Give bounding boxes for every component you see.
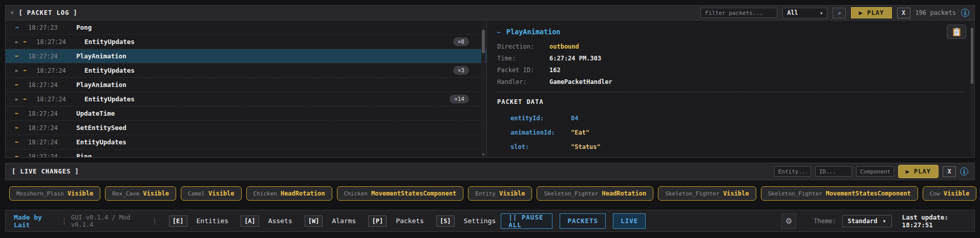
live-change-chip[interactable]: Skeleton_Fighter HeadRotation: [537, 186, 653, 201]
packet-row[interactable]: ← 18:27:24 EntityUpdates: [6, 135, 486, 149]
packet-name: EntityUpdates: [76, 138, 126, 146]
filter-packets-input[interactable]: [700, 8, 777, 18]
chip-entity: Rex_Cave: [112, 190, 139, 197]
packet-list: → 18:27:23 Pong ▶ ← 18:27:24 EntityUpdat…: [6, 20, 487, 157]
chip-component: Visible: [944, 190, 970, 197]
entity-input[interactable]: [774, 166, 811, 177]
info-icon[interactable]: i: [960, 167, 968, 176]
info-icon[interactable]: i: [961, 9, 969, 17]
packets-button[interactable]: PACKETS: [560, 213, 606, 229]
live-change-chip[interactable]: Chicken MovementStatesComponent: [337, 186, 464, 201]
live-button[interactable]: LIVE: [613, 213, 646, 229]
live-changes-title: [ LIVE CHANGES ]: [12, 168, 79, 175]
packet-time: 18:27:24: [28, 53, 62, 60]
detail-field: Handler: GamePacketHandler: [497, 78, 964, 85]
pause-all-button[interactable]: || PAUSE ALL: [501, 213, 552, 229]
packet-play-button[interactable]: ▶ PLAY: [851, 7, 891, 18]
shortcut-key-alarms[interactable]: [W]: [305, 215, 323, 227]
shortcut-label-settings[interactable]: Settings: [464, 217, 496, 225]
live-change-chip[interactable]: Skeleton_Fighter MovementStatesComponent: [761, 186, 918, 201]
shortcut-label-entities[interactable]: Entities: [197, 217, 229, 225]
chip-entity: Mosshorn_Plain: [16, 190, 64, 197]
settings-gear-button[interactable]: ⚙: [781, 213, 796, 229]
shortcut-label-packets[interactable]: Packets: [396, 217, 424, 225]
packet-data-section-title: PACKET DATA: [497, 98, 964, 105]
inbound-arrow-icon: ←: [497, 28, 501, 36]
shortcut-key-packets[interactable]: [P]: [368, 215, 387, 227]
chip-component: Visible: [723, 190, 749, 197]
live-change-chip[interactable]: Entity Visible: [468, 186, 532, 201]
expand-triangle-icon[interactable]: ▶: [13, 39, 21, 45]
packet-data-field: entityId: 84: [497, 115, 964, 122]
direction-filter-select[interactable]: All ▾: [782, 8, 827, 18]
scrollbar-thumb[interactable]: [971, 28, 973, 84]
clipboard-icon: [953, 28, 961, 36]
packet-row[interactable]: ← 18:27:24 Ping: [6, 149, 486, 157]
inbound-arrow-icon: ←: [13, 81, 21, 88]
shortcut-key-assets[interactable]: [A]: [241, 215, 259, 227]
packet-name: Pong: [76, 24, 92, 31]
chip-component: HeadRotation: [281, 190, 325, 197]
live-changes-clear-button[interactable]: X: [943, 166, 956, 177]
detail-field: Time: 6:27:24 PM.303: [497, 55, 964, 62]
packet-clear-button[interactable]: X: [897, 8, 910, 18]
packet-row-group[interactable]: ▶ ← 18:27:24 EntityUpdates ×14: [6, 92, 486, 106]
packet-list-scrollbar[interactable]: ▼: [481, 21, 485, 156]
live-change-chip[interactable]: Mosshorn_Plain Visible: [9, 186, 100, 201]
live-change-chip[interactable]: Skeleton_Fighter Visible: [658, 186, 756, 201]
expand-window-button[interactable]: ↗: [833, 8, 846, 18]
shortcut-key-entities[interactable]: [E]: [169, 215, 187, 227]
packet-row[interactable]: → 18:27:23 Pong: [6, 20, 486, 35]
packet-time: 18:27:24: [36, 67, 70, 74]
live-change-chip[interactable]: Chicken HeadRotation: [246, 186, 332, 201]
theme-select[interactable]: Standard ▾: [842, 215, 892, 227]
separator: |: [153, 218, 157, 225]
packet-time: 18:27:24: [28, 110, 62, 117]
detail-scrollbar[interactable]: [970, 21, 974, 156]
packet-count: 196 packets: [915, 9, 956, 16]
scroll-down-icon[interactable]: ▼: [481, 153, 485, 157]
packet-row-selected[interactable]: ← 18:27:24 PlayAnimation: [6, 49, 486, 63]
expand-triangle-icon[interactable]: ▶: [13, 96, 21, 102]
packet-data-field: slot: "Status": [497, 143, 964, 150]
field-label: Time:: [497, 55, 549, 62]
packet-row-group[interactable]: ▶ ← 18:27:24 EntityUpdates ×8: [6, 35, 486, 49]
live-change-chip[interactable]: Cow Visible: [923, 186, 976, 201]
id-input[interactable]: [815, 166, 852, 177]
packet-detail: ← PlayAnimation Direction: outbound Time…: [487, 20, 974, 157]
data-key: slot:: [510, 143, 571, 150]
packet-time: 18:27:23: [28, 24, 62, 31]
live-change-chip[interactable]: Rex_Cave Visible: [105, 186, 176, 201]
packet-name: SetEntitySeed: [76, 124, 126, 132]
chip-component: Visible: [499, 190, 525, 197]
packet-name: UpdateTime: [76, 110, 115, 117]
packet-time: 18:27:24: [28, 124, 62, 132]
shortcut-label-assets[interactable]: Assets: [268, 217, 292, 225]
packet-row-group[interactable]: ▶ ← 18:27:24 EntityUpdates ×3: [6, 63, 486, 78]
live-change-chip[interactable]: Camel Visible: [181, 186, 242, 201]
packet-row[interactable]: ← 18:27:24 UpdateTime: [6, 106, 486, 121]
scrollbar-thumb[interactable]: [482, 30, 485, 53]
packet-count-badge: ×8: [453, 37, 469, 46]
packet-row[interactable]: ← 18:27:24 SetEntitySeed: [6, 121, 486, 135]
copy-packet-button[interactable]: [947, 25, 966, 39]
shortcut-label-alarms[interactable]: Alarms: [332, 217, 356, 225]
collapse-triangle-icon[interactable]: ▼: [11, 10, 13, 15]
chip-entity: Cow: [930, 190, 940, 197]
packet-row[interactable]: ← 18:27:24 PlayAnimation: [6, 78, 486, 92]
expand-triangle-icon[interactable]: ▶: [13, 68, 21, 73]
expand-diagonal-icon: ↗: [838, 9, 841, 16]
separator: |: [62, 218, 66, 225]
live-changes-panel: [ LIVE CHANGES ] ▶ PLAY X i: [5, 163, 975, 180]
direction-filter-value: All: [787, 9, 798, 16]
live-changes-play-button[interactable]: ▶ PLAY: [898, 165, 939, 178]
data-key: animationId:: [510, 129, 571, 136]
detail-field: Packet ID: 162: [497, 67, 964, 74]
packet-time: 18:27:24: [28, 139, 62, 146]
shortcut-key-settings[interactable]: [S]: [436, 215, 455, 227]
data-value: "Status": [571, 143, 601, 150]
packet-count-badge: ×14: [450, 95, 469, 103]
chip-component: Visible: [68, 190, 94, 197]
component-input[interactable]: [856, 166, 894, 177]
packet-name: EntityUpdates: [84, 67, 135, 74]
